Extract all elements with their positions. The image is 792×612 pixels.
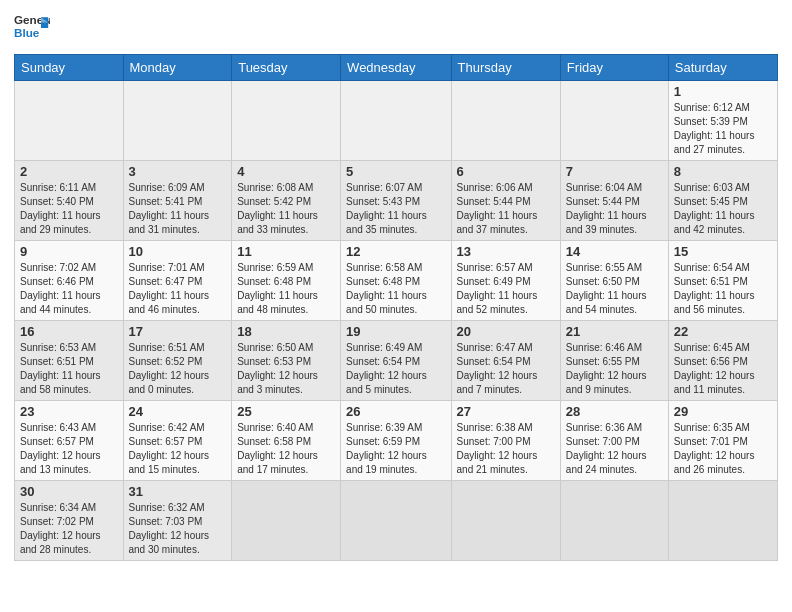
day-info: Sunrise: 6:35 AM Sunset: 7:01 PM Dayligh… xyxy=(674,421,772,477)
day-info: Sunrise: 6:45 AM Sunset: 6:56 PM Dayligh… xyxy=(674,341,772,397)
day-number: 11 xyxy=(237,244,335,259)
table-row: 23Sunrise: 6:43 AM Sunset: 6:57 PM Dayli… xyxy=(15,401,124,481)
table-row xyxy=(341,481,451,561)
day-info: Sunrise: 6:49 AM Sunset: 6:54 PM Dayligh… xyxy=(346,341,445,397)
col-tuesday: Tuesday xyxy=(232,55,341,81)
calendar-week-row: 23Sunrise: 6:43 AM Sunset: 6:57 PM Dayli… xyxy=(15,401,778,481)
table-row: 30Sunrise: 6:34 AM Sunset: 7:02 PM Dayli… xyxy=(15,481,124,561)
day-number: 22 xyxy=(674,324,772,339)
table-row: 25Sunrise: 6:40 AM Sunset: 6:58 PM Dayli… xyxy=(232,401,341,481)
day-number: 9 xyxy=(20,244,118,259)
day-number: 28 xyxy=(566,404,663,419)
day-number: 2 xyxy=(20,164,118,179)
day-number: 21 xyxy=(566,324,663,339)
calendar-table: Sunday Monday Tuesday Wednesday Thursday… xyxy=(14,54,778,561)
day-info: Sunrise: 6:57 AM Sunset: 6:49 PM Dayligh… xyxy=(457,261,555,317)
col-sunday: Sunday xyxy=(15,55,124,81)
day-number: 29 xyxy=(674,404,772,419)
day-info: Sunrise: 6:32 AM Sunset: 7:03 PM Dayligh… xyxy=(129,501,227,557)
table-row: 22Sunrise: 6:45 AM Sunset: 6:56 PM Dayli… xyxy=(668,321,777,401)
calendar-week-row: 30Sunrise: 6:34 AM Sunset: 7:02 PM Dayli… xyxy=(15,481,778,561)
day-info: Sunrise: 6:04 AM Sunset: 5:44 PM Dayligh… xyxy=(566,181,663,237)
calendar-week-row: 1Sunrise: 6:12 AM Sunset: 5:39 PM Daylig… xyxy=(15,81,778,161)
day-number: 15 xyxy=(674,244,772,259)
header: General Blue xyxy=(14,10,778,46)
table-row: 10Sunrise: 7:01 AM Sunset: 6:47 PM Dayli… xyxy=(123,241,232,321)
day-number: 8 xyxy=(674,164,772,179)
table-row: 12Sunrise: 6:58 AM Sunset: 6:48 PM Dayli… xyxy=(341,241,451,321)
day-number: 20 xyxy=(457,324,555,339)
day-info: Sunrise: 6:47 AM Sunset: 6:54 PM Dayligh… xyxy=(457,341,555,397)
table-row: 21Sunrise: 6:46 AM Sunset: 6:55 PM Dayli… xyxy=(560,321,668,401)
calendar-header-row: Sunday Monday Tuesday Wednesday Thursday… xyxy=(15,55,778,81)
day-info: Sunrise: 6:06 AM Sunset: 5:44 PM Dayligh… xyxy=(457,181,555,237)
table-row: 13Sunrise: 6:57 AM Sunset: 6:49 PM Dayli… xyxy=(451,241,560,321)
table-row: 9Sunrise: 7:02 AM Sunset: 6:46 PM Daylig… xyxy=(15,241,124,321)
day-info: Sunrise: 6:46 AM Sunset: 6:55 PM Dayligh… xyxy=(566,341,663,397)
day-info: Sunrise: 6:51 AM Sunset: 6:52 PM Dayligh… xyxy=(129,341,227,397)
table-row xyxy=(560,81,668,161)
day-info: Sunrise: 7:01 AM Sunset: 6:47 PM Dayligh… xyxy=(129,261,227,317)
table-row xyxy=(15,81,124,161)
table-row: 20Sunrise: 6:47 AM Sunset: 6:54 PM Dayli… xyxy=(451,321,560,401)
col-wednesday: Wednesday xyxy=(341,55,451,81)
day-number: 27 xyxy=(457,404,555,419)
day-info: Sunrise: 6:34 AM Sunset: 7:02 PM Dayligh… xyxy=(20,501,118,557)
day-info: Sunrise: 6:09 AM Sunset: 5:41 PM Dayligh… xyxy=(129,181,227,237)
table-row: 24Sunrise: 6:42 AM Sunset: 6:57 PM Dayli… xyxy=(123,401,232,481)
col-friday: Friday xyxy=(560,55,668,81)
day-number: 1 xyxy=(674,84,772,99)
day-info: Sunrise: 6:11 AM Sunset: 5:40 PM Dayligh… xyxy=(20,181,118,237)
day-number: 24 xyxy=(129,404,227,419)
day-info: Sunrise: 6:58 AM Sunset: 6:48 PM Dayligh… xyxy=(346,261,445,317)
day-number: 14 xyxy=(566,244,663,259)
day-number: 13 xyxy=(457,244,555,259)
table-row: 5Sunrise: 6:07 AM Sunset: 5:43 PM Daylig… xyxy=(341,161,451,241)
table-row xyxy=(451,481,560,561)
logo: General Blue xyxy=(14,10,50,46)
table-row xyxy=(668,481,777,561)
table-row: 26Sunrise: 6:39 AM Sunset: 6:59 PM Dayli… xyxy=(341,401,451,481)
day-info: Sunrise: 7:02 AM Sunset: 6:46 PM Dayligh… xyxy=(20,261,118,317)
day-info: Sunrise: 6:43 AM Sunset: 6:57 PM Dayligh… xyxy=(20,421,118,477)
day-info: Sunrise: 6:08 AM Sunset: 5:42 PM Dayligh… xyxy=(237,181,335,237)
day-number: 4 xyxy=(237,164,335,179)
table-row xyxy=(123,81,232,161)
calendar-week-row: 9Sunrise: 7:02 AM Sunset: 6:46 PM Daylig… xyxy=(15,241,778,321)
table-row: 18Sunrise: 6:50 AM Sunset: 6:53 PM Dayli… xyxy=(232,321,341,401)
col-thursday: Thursday xyxy=(451,55,560,81)
calendar-week-row: 2Sunrise: 6:11 AM Sunset: 5:40 PM Daylig… xyxy=(15,161,778,241)
day-info: Sunrise: 6:50 AM Sunset: 6:53 PM Dayligh… xyxy=(237,341,335,397)
table-row: 7Sunrise: 6:04 AM Sunset: 5:44 PM Daylig… xyxy=(560,161,668,241)
table-row: 29Sunrise: 6:35 AM Sunset: 7:01 PM Dayli… xyxy=(668,401,777,481)
table-row: 11Sunrise: 6:59 AM Sunset: 6:48 PM Dayli… xyxy=(232,241,341,321)
generalblue-logo-icon: General Blue xyxy=(14,10,50,46)
table-row xyxy=(232,481,341,561)
day-info: Sunrise: 6:54 AM Sunset: 6:51 PM Dayligh… xyxy=(674,261,772,317)
day-number: 3 xyxy=(129,164,227,179)
table-row xyxy=(560,481,668,561)
table-row: 2Sunrise: 6:11 AM Sunset: 5:40 PM Daylig… xyxy=(15,161,124,241)
day-info: Sunrise: 6:42 AM Sunset: 6:57 PM Dayligh… xyxy=(129,421,227,477)
calendar-week-row: 16Sunrise: 6:53 AM Sunset: 6:51 PM Dayli… xyxy=(15,321,778,401)
day-info: Sunrise: 6:55 AM Sunset: 6:50 PM Dayligh… xyxy=(566,261,663,317)
day-number: 25 xyxy=(237,404,335,419)
table-row xyxy=(451,81,560,161)
col-saturday: Saturday xyxy=(668,55,777,81)
day-info: Sunrise: 6:03 AM Sunset: 5:45 PM Dayligh… xyxy=(674,181,772,237)
day-number: 31 xyxy=(129,484,227,499)
day-info: Sunrise: 6:53 AM Sunset: 6:51 PM Dayligh… xyxy=(20,341,118,397)
day-number: 6 xyxy=(457,164,555,179)
table-row: 8Sunrise: 6:03 AM Sunset: 5:45 PM Daylig… xyxy=(668,161,777,241)
table-row: 3Sunrise: 6:09 AM Sunset: 5:41 PM Daylig… xyxy=(123,161,232,241)
table-row: 16Sunrise: 6:53 AM Sunset: 6:51 PM Dayli… xyxy=(15,321,124,401)
page: General Blue Sunday Monday Tuesday Wedne… xyxy=(0,0,792,575)
day-info: Sunrise: 6:40 AM Sunset: 6:58 PM Dayligh… xyxy=(237,421,335,477)
table-row xyxy=(232,81,341,161)
table-row: 31Sunrise: 6:32 AM Sunset: 7:03 PM Dayli… xyxy=(123,481,232,561)
day-number: 30 xyxy=(20,484,118,499)
table-row: 17Sunrise: 6:51 AM Sunset: 6:52 PM Dayli… xyxy=(123,321,232,401)
day-number: 18 xyxy=(237,324,335,339)
table-row: 27Sunrise: 6:38 AM Sunset: 7:00 PM Dayli… xyxy=(451,401,560,481)
table-row: 1Sunrise: 6:12 AM Sunset: 5:39 PM Daylig… xyxy=(668,81,777,161)
